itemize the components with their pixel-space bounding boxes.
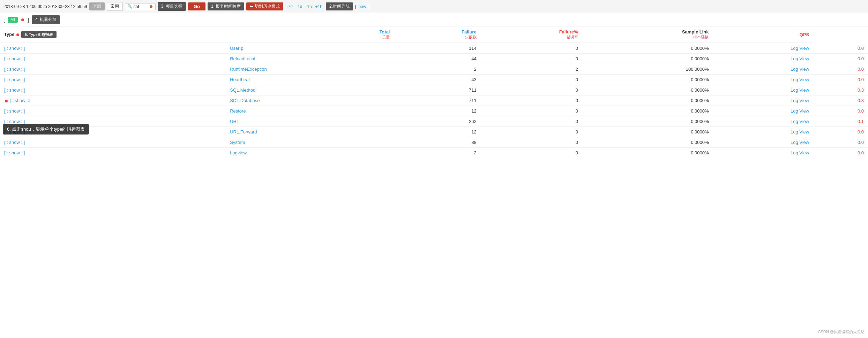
arrow-icon: ⬅ [250,4,253,9]
total-value: 88 [394,137,480,148]
table-row: [:: show ::] SQL.Database 711 0 0.0000% … [0,95,868,106]
show-link[interactable]: [:: show ::] [0,75,226,85]
link-now[interactable]: now [357,3,367,10]
failure-value: 0 [481,75,582,85]
type-label: Type [4,32,14,37]
sample-link[interactable]: Log View [713,64,813,75]
failure-pct-value: 0.0000% [582,75,713,85]
log-view-link[interactable]: Log View [791,129,809,135]
show-link[interactable]: [:: show ::] [0,43,226,54]
common-button[interactable]: 常用 [107,2,123,11]
log-view-link[interactable]: Log View [791,46,809,51]
type-name[interactable]: Heartbeat [226,75,394,85]
sample-link[interactable]: Log View [713,127,813,137]
sample-link[interactable]: Log View [713,85,813,95]
show-link[interactable]: [:: show ::] [0,116,226,127]
total-value: 12 [394,106,480,116]
time-span-button[interactable]: 1. 报表时间跨度 [208,2,244,10]
failure-pct-value: 0.0000% [582,95,713,106]
link-plus1h[interactable]: +1h [314,3,324,10]
sample-link[interactable]: Log View [713,75,813,85]
sample-link[interactable]: Log View [713,54,813,64]
time-nav-button[interactable]: 2.时间导航 [326,2,353,10]
bracket-close: ] [28,17,29,23]
col-header-sample: Sample Link 样本链接 [582,26,713,43]
sample-link[interactable]: Log View [713,95,813,106]
machine-group-tooltip[interactable]: 4. 机器分组 [32,15,60,24]
log-view-link[interactable]: Log View [791,119,809,124]
total-value: 114 [394,43,480,54]
qps-value: 0.3 [813,95,868,106]
failure-pct-value: 0.0000% [582,106,713,116]
show-link[interactable]: [:: show ::] [0,127,226,137]
log-view-link[interactable]: Log View [791,150,809,155]
log-view-link[interactable]: Log View [791,140,809,145]
log-view-link[interactable]: Log View [791,87,809,93]
all-tag[interactable]: All [8,17,18,23]
failure-pct-value: 100.0000% [582,64,713,75]
type-name[interactable]: RuntimeException [226,64,394,75]
type-name[interactable]: System [226,137,394,148]
type-name[interactable]: Restore [226,106,394,116]
col-header-type: Type 5. Type汇总报表 [0,26,226,43]
failure-pct-value: 0.0000% [582,116,713,127]
search-input[interactable] [134,4,148,9]
qps-value: 0.0 [813,75,868,85]
show-link[interactable]: [:: show ::] [0,54,226,64]
failure-value: 0 [481,43,582,54]
sample-link[interactable]: Log View [713,116,813,127]
sample-link[interactable]: Log View [713,106,813,116]
table-row: [:: show ::] URL.Forward 12 0 0.0000% Lo… [0,127,868,137]
table-container: Type 5. Type汇总报表 Total 总量 Failure 失败数 Fa… [0,26,868,158]
total-value: 711 [394,85,480,95]
link-1d[interactable]: -1d [295,3,304,10]
log-view-link[interactable]: Log View [791,67,809,72]
show-link[interactable]: [:: show ::] [0,137,226,148]
show-link[interactable]: [:: show ::] [0,148,226,158]
failure-value: 0 [481,106,582,116]
table-row: [:: show ::] Logview 2 0 0.0000% Log Vie… [0,148,868,158]
total-value: 2 [394,148,480,158]
type-name[interactable]: URL.Forward [226,127,394,137]
col-header-failure-pct: Failure% 错误率 [481,26,582,43]
type-name[interactable]: Logview [226,148,394,158]
show-link[interactable]: [:: show ::] [0,85,226,95]
history-mode-button[interactable]: ⬅ 切到历史模式 [246,2,283,10]
type-name[interactable]: URL [226,116,394,127]
type-name[interactable]: SQL.Method [226,85,394,95]
go-button[interactable]: Go [188,2,205,10]
time-nav-links: -7d -1d -1h +1h [285,3,324,10]
failure-pct-value: 0.0000% [582,85,713,95]
type-name[interactable]: SQL.Database [226,95,394,106]
failure-pct-value: 0.0000% [582,148,713,158]
table-row: [:: show ::] SQL.Method 711 0 0.0000% Lo… [0,85,868,95]
col-header-total: Total 总量 [226,26,394,43]
failure-pct-value: 0.0000% [582,43,713,54]
bracket-open: [ [3,17,5,23]
qps-value: 0.3 [813,85,868,95]
show-link[interactable]: [:: show ::] [0,64,226,75]
link-1h[interactable]: -1h [304,3,313,10]
show-link[interactable]: [:: show ::] [0,106,226,116]
type-dot [16,33,19,36]
project-select-tooltip[interactable]: 3. 项目选择 [158,2,186,11]
qps-value: 0.0 [813,54,868,64]
type-name[interactable]: UserIp [226,43,394,54]
failure-value: 0 [481,54,582,64]
link-7d[interactable]: -7d [285,3,294,10]
log-view-link[interactable]: Log View [791,56,809,61]
type-summary-tooltip[interactable]: 5. Type汇总报表 [21,31,57,38]
log-view-link[interactable]: Log View [791,108,809,114]
sample-link[interactable]: Log View [713,43,813,54]
bracket-open-2: [ [355,4,356,9]
failure-pct-value: 0.0000% [582,54,713,64]
log-view-link[interactable]: Log View [791,98,809,103]
log-view-link[interactable]: Log View [791,77,809,82]
sample-link[interactable]: Log View [713,148,813,158]
total-value: 12 [394,127,480,137]
sample-link[interactable]: Log View [713,137,813,148]
all-button[interactable]: 全部 [89,2,105,10]
show-link[interactable]: [:: show ::] [0,95,226,106]
table-row: [:: show ::] Heartbeat 43 0 0.0000% Log … [0,75,868,85]
type-name[interactable]: ReloadLocal [226,54,394,64]
